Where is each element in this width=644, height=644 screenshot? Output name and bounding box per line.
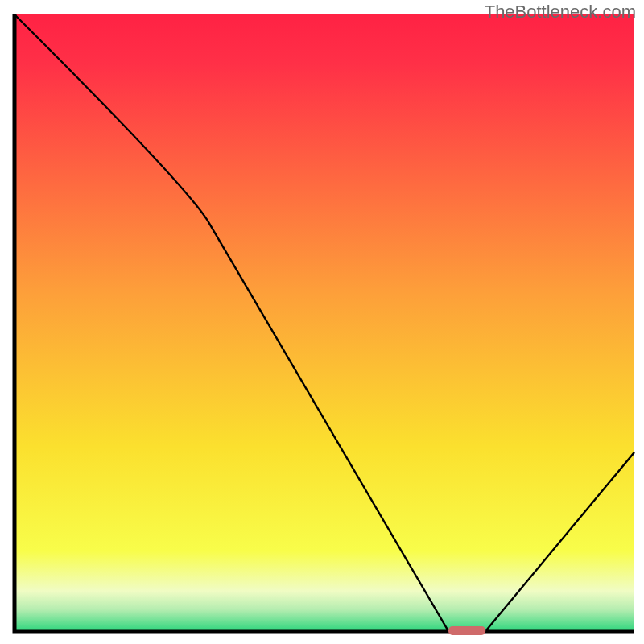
plot-background: [14, 14, 634, 631]
chart-svg: [0, 0, 644, 644]
watermark-text: TheBottleneck.com: [485, 2, 636, 23]
optimal-range-marker: [448, 626, 485, 635]
chart-container: { "watermark": "TheBottleneck.com", "cha…: [0, 0, 644, 644]
